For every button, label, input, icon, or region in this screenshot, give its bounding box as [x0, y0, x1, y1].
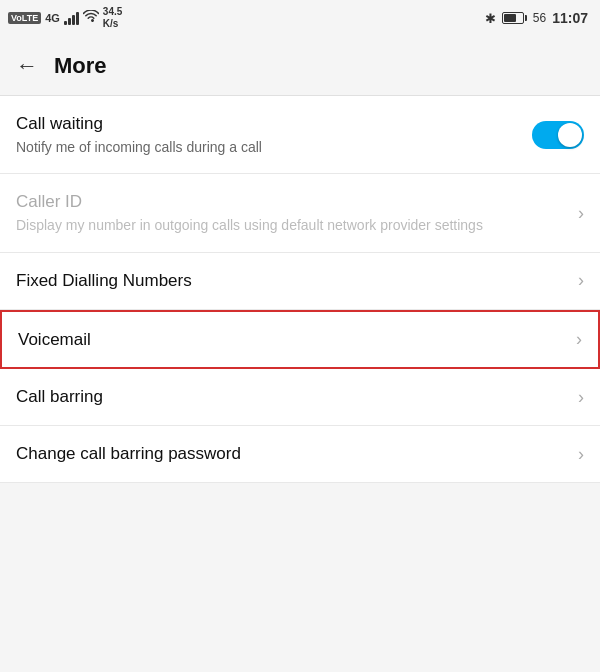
menu-item-caller-id-content: Caller ID Display my number in outgoing … — [16, 190, 570, 235]
menu-item-voicemail-content: Voicemail — [18, 328, 568, 352]
status-bar-left: VoLTE 4G 34.5 K/s — [8, 6, 122, 30]
menu-item-call-barring-content: Call barring — [16, 385, 570, 409]
menu-item-change-barring-content: Change call barring password — [16, 442, 570, 466]
caller-id-title: Caller ID — [16, 190, 570, 214]
menu-item-call-barring[interactable]: Call barring › — [0, 369, 600, 426]
menu-item-call-waiting-content: Call waiting Notify me of incoming calls… — [16, 112, 532, 157]
header: ← More — [0, 36, 600, 96]
menu-item-call-waiting[interactable]: Call waiting Notify me of incoming calls… — [0, 96, 600, 174]
battery-icon — [502, 12, 527, 24]
bluetooth-icon: ✱ — [485, 11, 496, 26]
battery-level: 56 — [533, 11, 546, 25]
voicemail-chevron: › — [576, 329, 582, 350]
status-bar: VoLTE 4G 34.5 K/s ✱ 56 11: — [0, 0, 600, 36]
change-barring-chevron: › — [578, 444, 584, 465]
call-waiting-subtitle: Notify me of incoming calls during a cal… — [16, 138, 532, 158]
menu-content: Call waiting Notify me of incoming calls… — [0, 96, 600, 483]
toggle-thumb — [558, 123, 582, 147]
wifi-icon — [83, 10, 99, 26]
fixed-dialling-chevron: › — [578, 270, 584, 291]
menu-item-change-barring-password[interactable]: Change call barring password › — [0, 426, 600, 483]
network-type: 4G — [45, 12, 60, 24]
caller-id-chevron: › — [578, 203, 584, 224]
menu-item-voicemail[interactable]: Voicemail › — [0, 310, 600, 370]
page-title: More — [54, 53, 107, 79]
menu-item-caller-id[interactable]: Caller ID Display my number in outgoing … — [0, 174, 600, 252]
change-barring-title: Change call barring password — [16, 442, 570, 466]
fixed-dialling-title: Fixed Dialling Numbers — [16, 269, 570, 293]
status-bar-right: ✱ 56 11:07 — [485, 10, 588, 26]
voicemail-title: Voicemail — [18, 328, 568, 352]
menu-item-fixed-dialling-content: Fixed Dialling Numbers — [16, 269, 570, 293]
caller-id-subtitle: Display my number in outgoing calls usin… — [16, 216, 570, 236]
back-button[interactable]: ← — [16, 55, 38, 77]
time-display: 11:07 — [552, 10, 588, 26]
volte-badge: VoLTE — [8, 12, 41, 24]
signal-icon — [64, 11, 79, 25]
speed-text: 34.5 K/s — [103, 6, 122, 30]
call-barring-chevron: › — [578, 387, 584, 408]
call-barring-title: Call barring — [16, 385, 570, 409]
call-waiting-title: Call waiting — [16, 112, 532, 136]
call-waiting-toggle[interactable] — [532, 121, 584, 149]
menu-item-fixed-dialling[interactable]: Fixed Dialling Numbers › — [0, 253, 600, 310]
